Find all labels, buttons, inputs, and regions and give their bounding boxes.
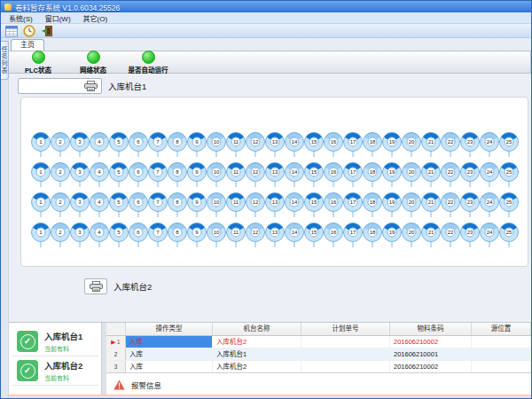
coil-slot-11[interactable]: 11 bbox=[226, 220, 246, 250]
coil-slot-5[interactable]: 5 bbox=[109, 220, 129, 250]
coil-slot-21[interactable]: 21 bbox=[421, 190, 441, 220]
table-cell[interactable]: 入库 bbox=[126, 361, 213, 372]
table-cell[interactable]: 入库机台2 bbox=[213, 336, 301, 348]
column-header[interactable]: 计划单号 bbox=[301, 323, 390, 335]
coil-slot-11[interactable]: 11 bbox=[226, 129, 246, 160]
coil-slot-22[interactable]: 22 bbox=[441, 129, 460, 160]
coil-slot-12[interactable]: 12 bbox=[246, 190, 265, 220]
coil-slot-5[interactable]: 5 bbox=[109, 190, 129, 220]
coil-slot-7[interactable]: 7 bbox=[148, 190, 168, 220]
coil-slot-1[interactable]: 1 bbox=[31, 190, 51, 220]
coil-slot-15[interactable]: 15 bbox=[304, 220, 324, 250]
table-cell[interactable]: 入库机台1 bbox=[213, 348, 301, 360]
coil-slot-9[interactable]: 9 bbox=[187, 220, 207, 250]
coil-slot-12[interactable]: 12 bbox=[246, 220, 265, 250]
station-card[interactable]: ✓入库机台2当前有料 bbox=[12, 356, 98, 386]
coil-slot-23[interactable]: 23 bbox=[460, 129, 480, 160]
coil-slot-18[interactable]: 18 bbox=[363, 220, 382, 250]
coil-slot-10[interactable]: 10 bbox=[207, 220, 226, 250]
coil-slot-19[interactable]: 19 bbox=[382, 160, 402, 190]
coil-slot-13[interactable]: 13 bbox=[265, 129, 285, 160]
coil-slot-2[interactable]: 2 bbox=[51, 129, 70, 160]
coil-slot-12[interactable]: 12 bbox=[246, 129, 265, 160]
coil-slot-19[interactable]: 19 bbox=[382, 190, 402, 220]
table-cell[interactable]: 201606210001 bbox=[390, 348, 472, 360]
coil-slot-19[interactable]: 19 bbox=[382, 129, 402, 160]
coil-slot-22[interactable]: 22 bbox=[441, 160, 460, 190]
table-cell[interactable] bbox=[301, 336, 390, 348]
coil-slot-14[interactable]: 14 bbox=[285, 190, 304, 220]
coil-slot-24[interactable]: 24 bbox=[480, 160, 499, 190]
coil-slot-25[interactable]: 25 bbox=[499, 160, 519, 190]
coil-slot-10[interactable]: 10 bbox=[207, 160, 226, 190]
coil-slot-23[interactable]: 23 bbox=[460, 220, 480, 250]
coil-slot-5[interactable]: 5 bbox=[109, 129, 129, 160]
dock-tab-tasks[interactable]: 任务列表 bbox=[1, 41, 9, 80]
coil-slot-18[interactable]: 18 bbox=[363, 160, 382, 190]
coil-slot-21[interactable]: 21 bbox=[421, 129, 441, 160]
coil-slot-18[interactable]: 18 bbox=[363, 129, 382, 160]
coil-slot-9[interactable]: 9 bbox=[187, 129, 207, 160]
coil-slot-17[interactable]: 17 bbox=[343, 160, 363, 190]
coil-slot-24[interactable]: 24 bbox=[480, 129, 499, 160]
column-header[interactable]: 操作类型 bbox=[126, 323, 213, 335]
coil-slot-1[interactable]: 1 bbox=[31, 129, 51, 160]
coil-slot-16[interactable]: 16 bbox=[324, 160, 343, 190]
coil-slot-1[interactable]: 1 bbox=[31, 160, 51, 190]
menu-item[interactable]: 系统(S) bbox=[3, 13, 39, 23]
table-cell[interactable]: 入库 bbox=[126, 348, 213, 360]
table-row[interactable]: ▶ 1入库入库机台2201606210002 bbox=[106, 336, 531, 348]
menu-item[interactable]: 窗口(W) bbox=[39, 13, 77, 23]
table-cell[interactable] bbox=[301, 361, 390, 372]
column-header[interactable]: 物料条码 bbox=[390, 323, 472, 335]
coil-slot-11[interactable]: 11 bbox=[226, 190, 246, 220]
coil-slot-9[interactable]: 9 bbox=[187, 190, 207, 220]
table-cell[interactable] bbox=[301, 348, 390, 360]
station-card[interactable]: ✓入库机台1当前有料 bbox=[12, 327, 98, 356]
coil-slot-16[interactable]: 16 bbox=[324, 190, 343, 220]
exit-button[interactable] bbox=[40, 24, 53, 37]
coil-slot-22[interactable]: 22 bbox=[441, 190, 460, 220]
coil-slot-24[interactable]: 24 bbox=[480, 220, 499, 250]
coil-slot-6[interactable]: 6 bbox=[129, 160, 148, 190]
coil-slot-11[interactable]: 11 bbox=[226, 160, 246, 190]
coil-slot-20[interactable]: 20 bbox=[402, 190, 421, 220]
coil-slot-9[interactable]: 9 bbox=[187, 160, 207, 190]
coil-slot-4[interactable]: 4 bbox=[90, 220, 109, 250]
coil-slot-8[interactable]: 8 bbox=[168, 190, 187, 220]
coil-slot-4[interactable]: 4 bbox=[90, 160, 109, 190]
table-row[interactable]: 2入库入库机台1201606210001 bbox=[106, 348, 531, 361]
coil-slot-19[interactable]: 19 bbox=[382, 220, 402, 250]
table-cell[interactable] bbox=[472, 348, 531, 360]
coil-slot-17[interactable]: 17 bbox=[343, 129, 363, 160]
coil-slot-21[interactable]: 21 bbox=[421, 160, 441, 190]
coil-slot-14[interactable]: 14 bbox=[285, 220, 304, 250]
coil-slot-15[interactable]: 15 bbox=[304, 129, 324, 160]
print-button-machine2[interactable] bbox=[84, 278, 107, 294]
coil-slot-4[interactable]: 4 bbox=[90, 190, 109, 220]
coil-slot-13[interactable]: 13 bbox=[265, 190, 285, 220]
coil-slot-23[interactable]: 23 bbox=[460, 190, 480, 220]
table-cell[interactable]: 入库机台2 bbox=[213, 361, 301, 372]
coil-slot-14[interactable]: 14 bbox=[285, 160, 304, 190]
coil-slot-7[interactable]: 7 bbox=[148, 129, 168, 160]
coil-slot-14[interactable]: 14 bbox=[285, 129, 304, 160]
coil-slot-7[interactable]: 7 bbox=[148, 160, 168, 190]
coil-slot-2[interactable]: 2 bbox=[51, 160, 70, 190]
coil-slot-1[interactable]: 1 bbox=[31, 220, 51, 250]
coil-slot-16[interactable]: 16 bbox=[324, 220, 343, 250]
coil-slot-8[interactable]: 8 bbox=[168, 160, 187, 190]
coil-slot-15[interactable]: 15 bbox=[304, 160, 324, 190]
coil-slot-3[interactable]: 3 bbox=[70, 220, 90, 250]
coil-slot-13[interactable]: 13 bbox=[265, 220, 285, 250]
coil-slot-7[interactable]: 7 bbox=[148, 220, 168, 250]
coil-slot-24[interactable]: 24 bbox=[480, 190, 499, 220]
clock-button[interactable] bbox=[22, 24, 35, 37]
coil-slot-3[interactable]: 3 bbox=[70, 160, 90, 190]
coil-slot-3[interactable]: 3 bbox=[70, 190, 90, 220]
coil-slot-12[interactable]: 12 bbox=[246, 160, 265, 190]
coil-slot-21[interactable]: 21 bbox=[421, 220, 441, 250]
coil-slot-6[interactable]: 6 bbox=[129, 220, 148, 250]
coil-slot-25[interactable]: 25 bbox=[499, 190, 519, 220]
coil-slot-6[interactable]: 6 bbox=[129, 129, 148, 160]
